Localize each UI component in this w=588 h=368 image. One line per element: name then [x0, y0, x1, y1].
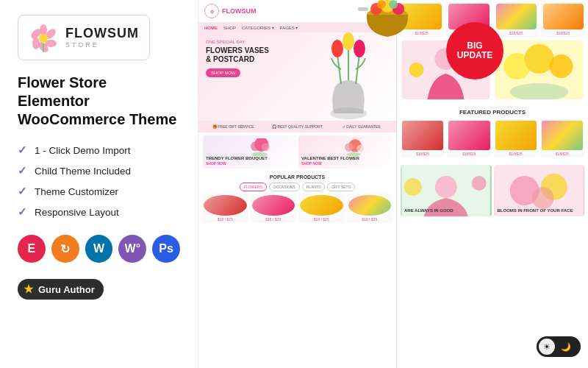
- ss-product-card: $18 / $25: [347, 194, 393, 223]
- preview-container: BIG UPDATE ✿ FLOWSUM 🔍 👤: [198, 0, 588, 368]
- update-icon: ↻: [51, 235, 79, 263]
- ss-products-grid: $18 / $25 $18 / $25 $18 / $25 $18 / $25: [202, 194, 392, 223]
- rss-featured-card: $18/$25: [401, 119, 445, 158]
- svg-point-28: [356, 145, 364, 152]
- check-icon: ✓: [18, 205, 27, 219]
- ss-product-card: $18 / $25: [298, 194, 345, 223]
- svg-point-42: [472, 176, 487, 191]
- svg-point-46: [531, 187, 553, 209]
- logo-container: FLOWSUM STORE: [18, 15, 150, 60]
- rss-photo-caption-2: BLOOMS IN FRONT OF YOUR FACE: [498, 208, 573, 213]
- logo-text: FLOWSUM STORE: [65, 26, 139, 49]
- feature-item: ✓ Child Theme Included: [18, 164, 180, 177]
- rss-bottom-photos: ARE ALWAYS IN GOOD BLOOMS IN FRONT OF YO…: [397, 161, 588, 220]
- rss-featured-grid: $18/$25 $18/$25 $18/$25 $18/$25: [401, 119, 584, 158]
- rss-flower-item: $18/$25: [541, 1, 586, 38]
- check-icon: ✓: [18, 144, 27, 157]
- feature-label: Responsive Layout: [35, 207, 119, 218]
- ss-hero-cta: SHOP NOW: [206, 68, 240, 77]
- ss-product-card: $18 / $25: [202, 194, 248, 223]
- feature-item: ✓ Responsive Layout: [18, 205, 180, 219]
- svg-point-41: [404, 178, 422, 196]
- logo-flower-icon: [29, 23, 58, 52]
- svg-point-40: [435, 176, 457, 198]
- ss-promo-btn-2: SHOP NOW: [301, 161, 389, 166]
- ss-promo-grid: TRENDY FLOWER BOUQUET SHOP NOW VALENTINE…: [198, 132, 396, 171]
- ss-hero-text: FLOWERS VASES& POSTCARD: [206, 46, 309, 64]
- rss-flower-img: [496, 4, 537, 29]
- photoshop-icon: Ps: [152, 235, 180, 263]
- feature-label: 1 - Click Demo Import: [35, 145, 131, 156]
- ss-services: 🎁 FREE GIFT SERVICE 🎧 BEST QUALITY SUPPO…: [198, 121, 396, 132]
- moon-icon[interactable]: 🌙: [558, 339, 574, 355]
- rss-photo-caption-1: ARE ALWAYS IN GOOD: [404, 208, 453, 213]
- flowers-svg: [494, 40, 584, 99]
- big-update-line2: UPDATE: [457, 51, 492, 60]
- guru-author: ★ Guru Author: [18, 279, 180, 300]
- rss-featured-title: FEATURED PRODUCTS: [401, 109, 584, 116]
- elementor-icon: E: [18, 235, 46, 263]
- woocommerce-icon: W°: [118, 235, 146, 263]
- svg-point-19: [331, 40, 343, 57]
- feature-label: Child Theme Included: [35, 166, 131, 177]
- ss-popular-title: POPULAR PRODUCTS: [202, 174, 392, 180]
- right-panel: BIG UPDATE ✿ FLOWSUM 🔍 👤: [198, 0, 588, 368]
- product-img: [252, 195, 295, 216]
- rss-featured-img: [542, 121, 583, 150]
- product-img: [348, 195, 392, 216]
- star-icon: ★: [24, 283, 33, 296]
- svg-point-4: [32, 38, 40, 49]
- hanging-basket-icon: [358, 0, 417, 59]
- rss-featured-section: FEATURED PRODUCTS $18/$25 $18/$25 $18/$2…: [397, 105, 588, 161]
- check-icon: ✓: [18, 185, 27, 198]
- ss-product-card: $18 / $25: [251, 194, 297, 223]
- rss-photo-1: ARE ALWAYS IN GOOD: [401, 165, 492, 216]
- features-list: ✓ 1 - Click Demo Import ✓ Child Theme In…: [18, 144, 180, 219]
- ss-logo: FLOWSUM: [222, 7, 257, 15]
- ss-promo-btn-1: SHOP NOW: [206, 161, 293, 166]
- rss-photo-2: BLOOMS IN FRONT OF YOUR FACE: [494, 165, 585, 216]
- svg-point-24: [262, 144, 270, 152]
- svg-point-6: [39, 34, 48, 43]
- guru-label: Guru Author: [38, 284, 95, 295]
- svg-point-13: [377, 0, 386, 9]
- logo-title: FLOWSUM: [65, 26, 139, 41]
- left-panel: FLOWSUM STORE Flower Store Elementor Woo…: [0, 0, 198, 368]
- rss-featured-card: $18/$25: [447, 119, 491, 158]
- svg-point-27: [345, 143, 354, 152]
- sun-icon[interactable]: ☀: [539, 339, 555, 355]
- rss-featured-img: [402, 121, 443, 150]
- svg-point-20: [343, 32, 354, 50]
- svg-point-14: [389, 0, 398, 9]
- svg-point-37: [550, 54, 573, 78]
- ss-popular-section: POPULAR PRODUCTS FLOWERS OCCASIONS PLANT…: [198, 171, 396, 226]
- rss-featured-img: [448, 121, 490, 150]
- dark-mode-toggle[interactable]: ☀ 🌙: [537, 336, 581, 357]
- check-icon: ✓: [18, 164, 27, 177]
- big-update-badge: BIG UPDATE: [446, 22, 503, 79]
- feature-item: ✓ 1 - Click Demo Import: [18, 144, 180, 157]
- logo-subtitle: STORE: [65, 41, 139, 49]
- svg-point-32: [409, 63, 424, 77]
- ss-promo-title-2: VALENTINE BEST FLOWER: [301, 156, 389, 161]
- guru-badge: ★ Guru Author: [18, 279, 104, 300]
- ss-promo-card-2: VALENTINE BEST FLOWER SHOP NOW: [298, 135, 392, 169]
- rss-flower-img: [543, 4, 584, 29]
- theme-title: Flower Store Elementor WooCommerce Theme: [18, 74, 180, 129]
- feature-label: Theme Customizer: [35, 186, 118, 197]
- wordpress-icon: W: [85, 235, 113, 263]
- product-img: [300, 195, 343, 216]
- rss-featured-img: [495, 121, 537, 150]
- ss-promo-title-1: TRENDY FLOWER BOUQUET: [206, 156, 293, 161]
- rss-featured-card: $18/$25: [494, 119, 538, 158]
- rss-featured-card: $18/$25: [540, 119, 584, 158]
- product-img: [204, 195, 247, 216]
- ss-promo-card-1: TRENDY FLOWER BOUQUET SHOP NOW: [203, 135, 296, 169]
- svg-point-23: [251, 141, 260, 151]
- rss-flower-item: $18/$25: [494, 1, 539, 38]
- feature-item: ✓ Theme Customizer: [18, 185, 180, 198]
- plugin-icons: E ↻ W W° Ps: [18, 235, 180, 263]
- svg-point-36: [525, 44, 554, 74]
